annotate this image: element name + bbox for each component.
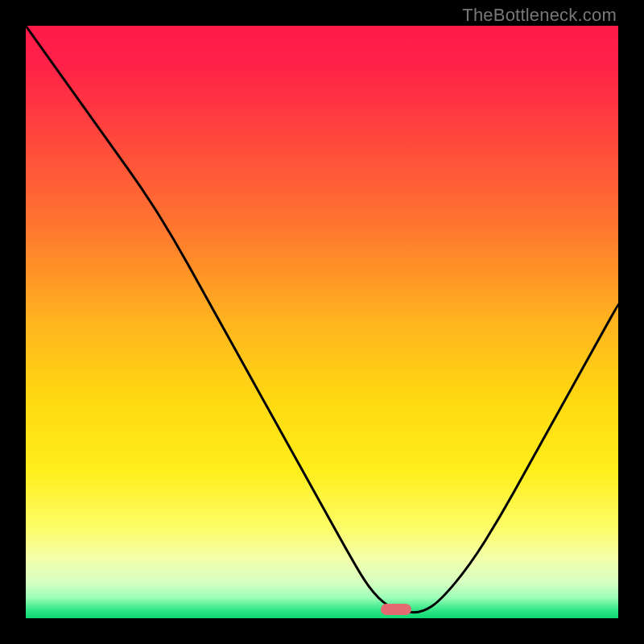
watermark-text: TheBottleneck.com: [462, 5, 617, 26]
optimal-point-marker: [381, 604, 411, 615]
chart-frame: TheBottleneck.com: [0, 0, 644, 644]
plot-area: [26, 26, 618, 618]
bottleneck-curve: [26, 26, 618, 618]
